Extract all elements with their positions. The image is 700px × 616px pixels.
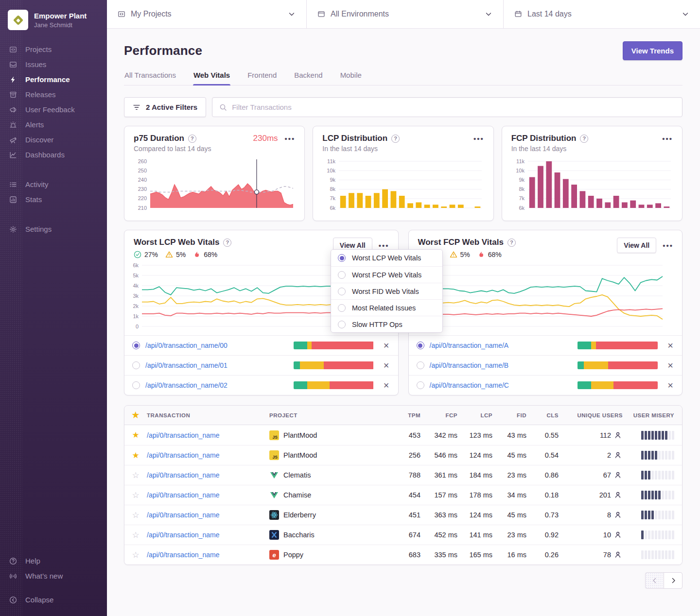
menu-radio bbox=[338, 254, 346, 262]
menu-item-worst-lcp-web-vitals[interactable]: Worst LCP Web Vitals bbox=[331, 250, 442, 266]
transaction-radio[interactable] bbox=[132, 361, 140, 369]
sidebar-item-discover[interactable]: Discover bbox=[0, 132, 107, 147]
sidebar-item-activity[interactable]: Activity bbox=[0, 177, 107, 192]
star-toggle[interactable]: ★ bbox=[132, 451, 139, 460]
issues-icon bbox=[9, 61, 17, 68]
transaction-link[interactable]: /api/0/transaction_name/A bbox=[430, 342, 509, 349]
help-icon[interactable]: ? bbox=[580, 135, 588, 143]
tab-frontend[interactable]: Frontend bbox=[247, 68, 277, 85]
org-switcher[interactable]: Empower Plant Jane Schmidt bbox=[0, 0, 107, 39]
view-all-button[interactable]: View All bbox=[617, 238, 656, 253]
star-header-icon[interactable]: ★ bbox=[132, 411, 140, 420]
sidebar-item-what-s-new[interactable]: What’s new bbox=[0, 568, 107, 583]
card-menu-button[interactable]: ••• bbox=[662, 135, 673, 142]
active-filters-button[interactable]: 2 Active Filters bbox=[124, 97, 206, 117]
project-cell: JSPlantMood bbox=[269, 430, 391, 440]
transaction-link[interactable]: /api/0/transaction_name bbox=[147, 511, 219, 519]
sidebar-item-releases[interactable]: Releases bbox=[0, 87, 107, 102]
card-menu-button[interactable]: ••• bbox=[285, 135, 296, 142]
sidebar-item-settings[interactable]: Settings bbox=[0, 222, 107, 237]
star-toggle[interactable]: ☆ bbox=[132, 511, 139, 520]
releases-icon bbox=[9, 91, 17, 99]
search-icon bbox=[219, 103, 227, 111]
menu-radio bbox=[338, 288, 346, 295]
transaction-link[interactable]: /api/0/transaction_name/01 bbox=[145, 361, 228, 369]
transaction-link[interactable]: /api/0/transaction_name bbox=[147, 431, 219, 439]
close-icon[interactable]: × bbox=[382, 360, 391, 370]
projects-icon bbox=[9, 46, 17, 53]
transaction-radio[interactable] bbox=[132, 342, 140, 349]
card-menu-button[interactable]: ••• bbox=[473, 135, 484, 142]
close-icon[interactable]: × bbox=[666, 380, 675, 390]
lcp-cell: 178 ms bbox=[457, 491, 492, 499]
date-range-selector[interactable]: Last 14 days bbox=[503, 0, 700, 28]
transaction-link[interactable]: /api/0/transaction_name/B bbox=[430, 361, 509, 369]
transaction-radio[interactable] bbox=[417, 342, 424, 349]
transaction-link[interactable]: /api/0/transaction_name bbox=[147, 531, 219, 539]
close-icon[interactable]: × bbox=[382, 380, 391, 390]
sidebar-item-performance[interactable]: Performance bbox=[0, 72, 107, 87]
sidebar-item-stats[interactable]: Stats bbox=[0, 192, 107, 207]
view-trends-button[interactable]: View Trends bbox=[623, 41, 682, 60]
unique-users-cell: 2 bbox=[559, 451, 623, 459]
menu-radio bbox=[338, 304, 346, 312]
tab-web-vitals[interactable]: Web Vitals bbox=[193, 68, 230, 85]
fid-cell: 43 ms bbox=[492, 431, 526, 439]
search-input[interactable] bbox=[232, 103, 675, 111]
transaction-link[interactable]: /api/0/transaction_name/C bbox=[430, 381, 509, 389]
svg-text:0: 0 bbox=[136, 324, 139, 329]
previous-page-button[interactable] bbox=[645, 572, 664, 589]
help-icon[interactable]: ? bbox=[391, 135, 400, 143]
sidebar-collapse-button[interactable]: Collapse bbox=[0, 592, 107, 607]
star-toggle[interactable]: ☆ bbox=[132, 530, 139, 540]
sidebar-item-alerts[interactable]: Alerts bbox=[0, 117, 107, 132]
help-icon[interactable]: ? bbox=[508, 239, 516, 247]
sidebar-item-projects[interactable]: Projects bbox=[0, 42, 107, 57]
fcp-cell: 546 ms bbox=[420, 451, 457, 459]
tab-all-transactions[interactable]: All Transactions bbox=[124, 68, 176, 85]
transaction-radio[interactable] bbox=[417, 381, 424, 389]
transaction-radio[interactable] bbox=[417, 361, 424, 369]
tab-backend[interactable]: Backend bbox=[294, 68, 323, 85]
close-icon[interactable]: × bbox=[382, 341, 391, 350]
star-toggle[interactable]: ☆ bbox=[132, 550, 139, 560]
menu-item-slow-http-ops[interactable]: Slow HTTP Ops bbox=[331, 316, 442, 332]
transaction-link[interactable]: /api/0/transaction_name bbox=[147, 551, 219, 559]
fcp-cell: 335 ms bbox=[420, 551, 457, 559]
sidebar-item-dashboards[interactable]: Dashboards bbox=[0, 147, 107, 162]
tab-mobile[interactable]: Mobile bbox=[340, 68, 362, 85]
menu-item-worst-fid-web-vitals[interactable]: Worst FID Web Vitals bbox=[331, 283, 442, 299]
help-icon[interactable]: ? bbox=[188, 135, 196, 143]
environment-selector[interactable]: All Environments bbox=[306, 0, 503, 28]
star-toggle[interactable]: ☆ bbox=[132, 471, 139, 480]
close-icon[interactable]: × bbox=[666, 341, 675, 350]
star-toggle[interactable]: ☆ bbox=[132, 491, 139, 500]
card-subtitle: In the last 14 days bbox=[511, 145, 673, 153]
project-selector[interactable]: My Projects bbox=[107, 0, 306, 28]
sidebar-item-issues[interactable]: Issues bbox=[0, 57, 107, 72]
tpm-cell: 454 bbox=[391, 491, 420, 499]
megaphone-icon bbox=[9, 106, 17, 114]
help-icon[interactable]: ? bbox=[223, 239, 231, 247]
user-misery-cell bbox=[623, 471, 682, 479]
unique-users-cell: 78 bbox=[559, 551, 623, 559]
unique-users-cell: 201 bbox=[559, 491, 623, 499]
vue-platform-icon bbox=[269, 490, 279, 500]
menu-item-most-related-issues[interactable]: Most Related Issues bbox=[331, 299, 442, 316]
next-page-button[interactable] bbox=[664, 572, 682, 589]
transaction-link[interactable]: /api/0/transaction_name/00 bbox=[145, 342, 228, 349]
menu-item-worst-fcp-web-vitals[interactable]: Worst FCP Web Vitals bbox=[331, 266, 442, 283]
transaction-link[interactable]: /api/0/transaction_name bbox=[147, 451, 219, 459]
vitals-widget-menu: Worst LCP Web VitalsWorst FCP Web Vitals… bbox=[331, 249, 443, 333]
sidebar-item-user-feedback[interactable]: User Feedback bbox=[0, 102, 107, 117]
transaction-link[interactable]: /api/0/transaction_name bbox=[147, 471, 219, 479]
star-toggle[interactable]: ★ bbox=[132, 430, 139, 440]
vitals-breakdown-bar bbox=[578, 342, 658, 349]
transaction-link[interactable]: /api/0/transaction_name/02 bbox=[145, 381, 228, 389]
transaction-radio[interactable] bbox=[132, 381, 140, 389]
card-menu-button[interactable]: ••• bbox=[663, 242, 673, 249]
close-icon[interactable]: × bbox=[666, 360, 675, 370]
sidebar-item-help[interactable]: Help bbox=[0, 553, 107, 568]
card-menu-button[interactable]: ••• bbox=[379, 242, 389, 249]
transaction-link[interactable]: /api/0/transaction_name bbox=[147, 491, 219, 499]
